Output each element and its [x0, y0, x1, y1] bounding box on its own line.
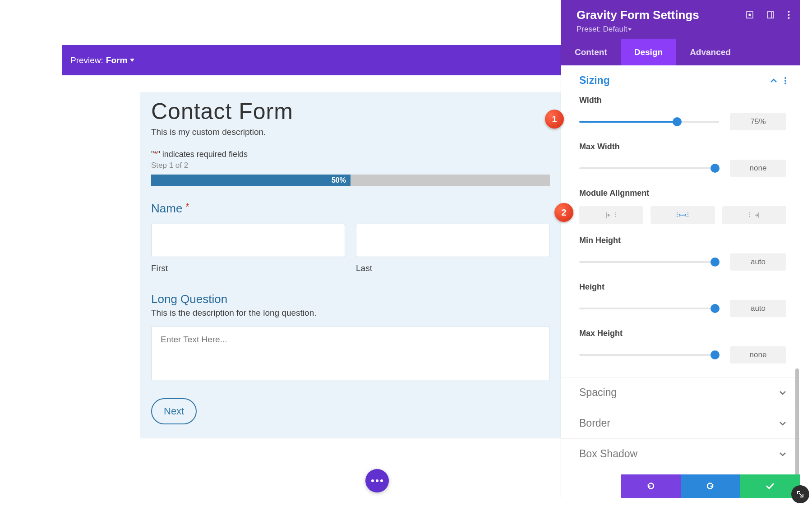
expand-icon: [796, 490, 804, 498]
tab-content[interactable]: Content: [561, 39, 621, 65]
svg-point-1: [749, 14, 751, 16]
long-question-label: Long Question: [151, 292, 550, 306]
preview-toolbar[interactable]: Preview: Form: [62, 45, 561, 75]
sidebar-footer: [561, 474, 800, 498]
module-alignment-label: Module Alignment: [579, 189, 786, 198]
preview-value[interactable]: Form: [106, 55, 128, 65]
close-icon: [587, 483, 595, 490]
chevron-up-icon: [770, 78, 777, 83]
callout-1: 1: [545, 110, 564, 129]
check-icon: [766, 483, 774, 489]
min-height-slider[interactable]: [579, 261, 719, 263]
section-spacing: Spacing: [561, 377, 800, 408]
preset-selector[interactable]: Preset: Default: [577, 25, 789, 34]
svg-rect-2: [767, 12, 774, 18]
step-indicator: Step 1 of 2: [151, 161, 550, 170]
svg-point-9: [784, 83, 786, 84]
min-height-label: Min Height: [579, 236, 786, 245]
redo-icon: [706, 482, 715, 490]
undo-button[interactable]: [621, 474, 680, 498]
width-label: Width: [579, 96, 786, 105]
section-box-shadow: Box Shadow: [561, 439, 800, 469]
preview-area: Preview: Form Contact Form This is my cu…: [0, 0, 561, 506]
name-field-label: Name *: [151, 202, 550, 216]
control-height: Height auto: [579, 282, 786, 317]
control-min-height: Min Height auto: [579, 236, 786, 271]
height-value[interactable]: auto: [730, 300, 786, 317]
max-width-value[interactable]: none: [730, 160, 786, 177]
height-label: Height: [579, 282, 786, 292]
max-height-value[interactable]: none: [730, 346, 786, 363]
chevron-down-icon: [628, 28, 632, 31]
focus-icon[interactable]: [746, 11, 753, 18]
svg-point-8: [784, 80, 786, 82]
section-border: Border: [561, 408, 800, 439]
chevron-down-icon: [779, 452, 786, 456]
sidebar-header: Gravity Form Settings Preset: Default: [561, 0, 800, 39]
control-max-height: Max Height none: [579, 329, 786, 363]
control-max-width: Max Width none: [579, 142, 786, 177]
settings-sidebar: Gravity Form Settings Preset: Default: [561, 0, 800, 498]
scrollbar-thumb[interactable]: [795, 368, 799, 474]
svg-point-5: [788, 14, 790, 16]
section-border-header[interactable]: Border: [561, 408, 800, 438]
max-height-slider[interactable]: [579, 354, 719, 356]
last-name-sublabel: Last: [356, 263, 550, 273]
tab-advanced[interactable]: Advanced: [676, 39, 744, 65]
long-question-textarea[interactable]: Enter Text Here...: [151, 326, 550, 380]
max-height-label: Max Height: [579, 329, 786, 338]
sidebar-body: Sizing Width: [561, 65, 800, 474]
dots-icon: [371, 479, 374, 482]
svg-point-7: [784, 77, 786, 79]
first-name-sublabel: First: [151, 263, 345, 273]
chevron-down-icon: [779, 391, 786, 395]
min-height-value[interactable]: auto: [730, 253, 786, 271]
progress-bar: 50%: [151, 175, 550, 186]
section-box-shadow-header[interactable]: Box Shadow: [561, 439, 800, 469]
redo-button[interactable]: [681, 474, 740, 498]
control-module-alignment: Module Alignment: [579, 189, 786, 224]
section-sizing-header[interactable]: Sizing: [561, 65, 800, 96]
align-right-button[interactable]: [722, 206, 786, 224]
align-left-button[interactable]: [579, 206, 643, 224]
svg-point-4: [788, 11, 790, 13]
chevron-down-icon: [130, 59, 134, 62]
first-name-input[interactable]: [151, 224, 345, 257]
tab-design[interactable]: Design: [621, 39, 676, 65]
last-name-input[interactable]: [356, 224, 550, 257]
form-preview-card: Contact Form This is my custom descripti…: [140, 92, 561, 438]
required-note: "*" indicates required fields: [151, 150, 550, 159]
max-width-label: Max Width: [579, 142, 786, 152]
callout-2: 2: [554, 203, 573, 222]
cancel-button[interactable]: [561, 474, 621, 498]
max-width-slider[interactable]: [579, 167, 719, 169]
width-slider[interactable]: [579, 121, 719, 123]
progress-fill: 50%: [151, 175, 351, 186]
undo-icon: [646, 482, 655, 490]
control-width: Width 75%: [579, 96, 786, 130]
section-spacing-header[interactable]: Spacing: [561, 377, 800, 408]
preview-label: Preview:: [70, 55, 103, 65]
more-vertical-icon[interactable]: [784, 77, 786, 84]
more-options-fab[interactable]: [365, 469, 389, 492]
form-description: This is my custom description.: [151, 127, 550, 137]
progress-percent: 50%: [332, 176, 346, 184]
align-center-button[interactable]: [651, 206, 715, 224]
chevron-down-icon: [779, 421, 786, 426]
form-title: Contact Form: [151, 93, 550, 124]
panel-toggle-icon[interactable]: [767, 11, 774, 18]
svg-point-6: [788, 17, 790, 19]
next-button[interactable]: Next: [151, 398, 197, 424]
long-question-description: This is the description for the long que…: [151, 308, 550, 318]
expand-fab[interactable]: [791, 485, 809, 503]
more-vertical-icon[interactable]: [788, 11, 790, 19]
width-value[interactable]: 75%: [730, 113, 786, 130]
sidebar-tabs: Content Design Advanced: [561, 39, 800, 65]
section-sizing: Sizing Width: [561, 65, 800, 377]
height-slider[interactable]: [579, 308, 719, 309]
